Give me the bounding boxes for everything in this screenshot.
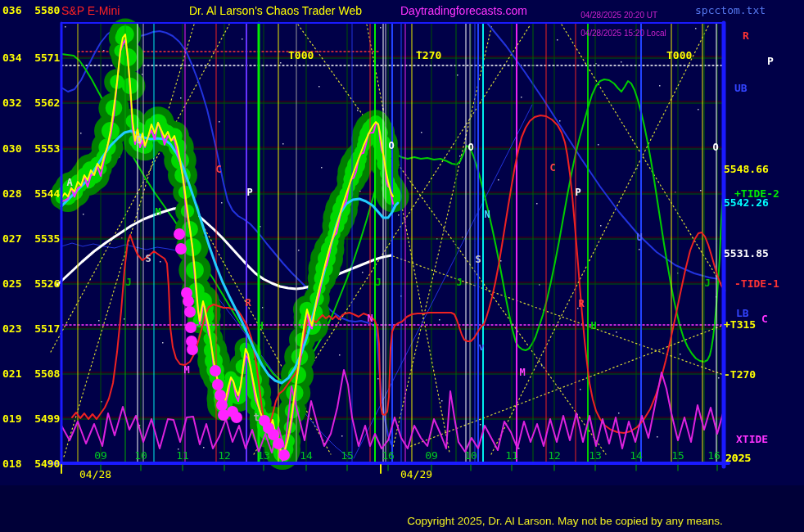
right-axis-label: 5531.85	[724, 248, 769, 259]
hour-label: 16	[382, 450, 395, 461]
price-axis-label: 025 5526	[2, 278, 60, 289]
price-axis-label: 034 5571	[2, 52, 60, 63]
hour-label: 16	[707, 450, 720, 461]
chart-letter-marker: J	[704, 278, 710, 288]
price-axis-label: 021 5508	[2, 368, 60, 379]
hour-label: 12	[548, 450, 561, 461]
chart-letter-marker: O	[388, 141, 394, 151]
right-axis-label: LB	[736, 308, 749, 318]
hour-label: 13	[257, 450, 270, 461]
t-line-label: T000	[288, 50, 314, 61]
chart-letter-marker: N	[484, 210, 490, 219]
price-axis-label: 019 5499	[2, 413, 60, 424]
chart-letter-marker: J	[125, 277, 131, 287]
chart-letter-marker: v	[478, 342, 484, 352]
year-label: 2025	[725, 453, 751, 463]
price-axis-label: 036 5580	[2, 5, 60, 16]
hour-label: 14	[300, 450, 313, 461]
right-axis-label: R	[743, 30, 749, 41]
t-line-label: T270	[416, 50, 441, 61]
right-axis-label: UB	[734, 83, 748, 93]
hour-label: 14	[630, 450, 643, 461]
date-label-day1: 04/28	[79, 469, 111, 480]
chart-letter-marker: D	[136, 135, 142, 145]
right-axis-label: P	[767, 56, 774, 66]
chart-letter-marker: H	[590, 321, 596, 331]
chart-letter-marker: H	[257, 321, 263, 331]
chart-letter-marker: R	[245, 298, 251, 308]
symbol-label: S&P E-Mini	[61, 5, 120, 16]
chart-letter-marker: J	[375, 277, 381, 287]
price-axis-label: 030 5553	[2, 143, 60, 154]
chart-letter-marker: U	[636, 232, 642, 242]
price-axis-label: 018 5490	[2, 458, 60, 469]
t-line-label: T000	[666, 50, 692, 61]
chart-letter-marker: O	[712, 142, 718, 152]
timestamp-local: 04/28/2025 15:20 Local	[580, 29, 666, 38]
chart-letter-marker: M	[155, 207, 160, 217]
data-file-link[interactable]: spcctom.txt	[695, 5, 766, 16]
hour-label: 11	[505, 450, 518, 461]
chart-letter-marker: A	[66, 178, 72, 187]
chart-letter-marker: M	[183, 365, 189, 375]
date-label-day2: 04/29	[400, 469, 432, 480]
hour-label: 09	[94, 450, 107, 461]
hour-label: 15	[671, 450, 684, 461]
price-axis-label: 027 5535	[2, 233, 60, 244]
hour-label: 15	[341, 450, 354, 461]
chart-letter-marker: S	[145, 254, 151, 264]
site-link[interactable]: Daytradingforecasts.com	[400, 5, 527, 16]
right-axis-label: C	[761, 313, 768, 324]
chaos-trader-chart-page: S&P E-Mini Dr. Al Larson's Chaos Trader …	[0, 0, 804, 532]
chart-letter-marker: C	[549, 163, 555, 173]
price-axis-label: 028 5544	[2, 188, 60, 199]
copyright-notice: Copyright 2025, Dr. Al Larson. May not b…	[407, 516, 723, 527]
right-axis-label: -T270	[724, 369, 756, 380]
hour-label: 10	[134, 450, 147, 461]
chart-letter-marker: O	[467, 142, 473, 152]
right-axis-label: XTIDE	[736, 434, 768, 444]
price-axis-label: 032 5562	[2, 97, 60, 108]
chart-letter-marker: C	[215, 165, 221, 174]
right-axis-label: -TIDE-1	[734, 278, 779, 289]
right-axis-label: 5548.66	[724, 164, 769, 174]
right-axis-label: +T315	[724, 319, 756, 330]
hour-label: 12	[218, 450, 231, 461]
chart-letter-marker: S	[475, 255, 481, 264]
hour-label: 10	[464, 450, 477, 461]
hour-label: 13	[589, 450, 602, 461]
timestamp-ut: 04/28/2025 20:20 UT	[580, 11, 657, 20]
price-axis-label: 023 5517	[2, 323, 60, 334]
chart-letter-marker: P	[246, 187, 252, 197]
hour-label: 09	[425, 450, 438, 461]
timestamp-block: 04/28/2025 20:20 UT 04/28/2025 15:20 Loc…	[571, 2, 666, 47]
chart-letter-marker: R	[578, 299, 584, 309]
chart-letter-marker: J	[456, 277, 462, 287]
hour-label: 11	[176, 450, 189, 461]
chart-letter-marker: M	[519, 367, 525, 377]
right-axis-label: 5542.26	[724, 197, 769, 208]
chart-letter-marker: N	[367, 313, 373, 323]
chart-letter-marker: P	[575, 187, 580, 197]
page-title: Dr. Al Larson's Chaos Trader Web	[189, 5, 362, 16]
chart-letter-marker: t	[253, 413, 259, 422]
